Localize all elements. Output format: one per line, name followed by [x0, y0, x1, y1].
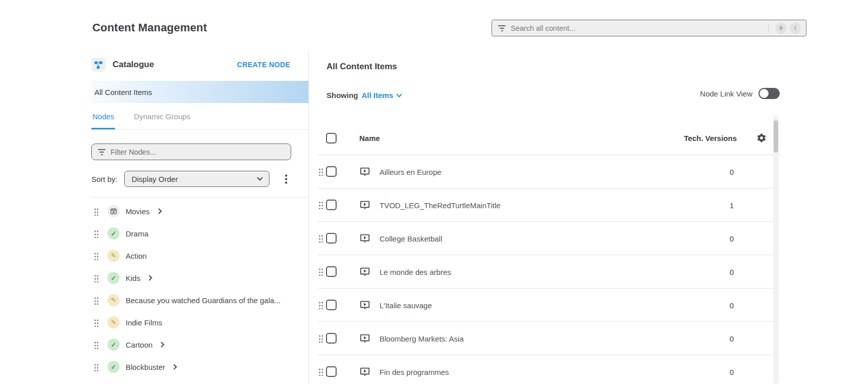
catalogue-node[interactable]: ✓ Blockbuster [91, 356, 308, 378]
panel-divider [308, 51, 309, 384]
draft-pencil-icon: ✎ [107, 250, 120, 262]
drag-handle-icon[interactable] [94, 318, 99, 327]
chevron-right-icon[interactable] [172, 364, 177, 369]
row-checkbox[interactable] [326, 166, 337, 177]
column-header-name: Name [359, 134, 380, 142]
showing-filter-dropdown[interactable]: All Items [362, 91, 402, 100]
filter-nodes-input[interactable] [111, 148, 285, 156]
video-icon [359, 366, 370, 379]
tech-versions-value: 1 [717, 201, 747, 210]
row-checkbox[interactable] [326, 300, 337, 310]
divider [91, 197, 308, 198]
catalogue-node[interactable]: Movies [91, 200, 308, 222]
flash-icon[interactable] [776, 23, 787, 34]
table-row[interactable]: Bloomberg Markets: Asia 0 [318, 322, 780, 355]
tab-dynamic-groups[interactable]: Dynamic Groups [133, 112, 191, 129]
catalogue-node[interactable]: ✓ Cartoon [91, 333, 308, 356]
drag-handle-icon[interactable] [94, 252, 99, 260]
create-node-button[interactable]: CREATE NODE [237, 61, 290, 69]
drag-handle-icon[interactable] [94, 341, 99, 349]
node-label: Cartoon [126, 341, 152, 349]
catalogue-node[interactable]: ✓ Drama [91, 222, 308, 245]
video-icon [359, 232, 370, 246]
showing-filter-value: All Items [362, 91, 394, 100]
video-icon [359, 332, 370, 346]
chevron-right-icon[interactable] [156, 208, 161, 214]
sort-by-label: Sort by: [91, 175, 118, 183]
node-label: Because you watched Guardians of the gal… [126, 296, 281, 305]
content-panel-title: All Content Items [327, 62, 397, 72]
row-checkbox[interactable] [326, 333, 337, 344]
node-link-view-toggle[interactable] [758, 88, 780, 99]
catalogue-node[interactable]: ✓ Kids [91, 267, 308, 289]
drag-handle-icon[interactable] [318, 267, 323, 276]
published-check-icon: ✓ [107, 272, 120, 284]
content-panel: All Content Items Showing All Items Node… [318, 57, 780, 384]
draft-pencil-icon: ✎ [107, 316, 120, 328]
drag-handle-icon[interactable] [94, 296, 99, 305]
catalogue-title: Catalogue [113, 60, 154, 70]
drag-handle-icon[interactable] [318, 234, 323, 243]
gear-icon[interactable] [756, 133, 767, 145]
drag-handle-icon[interactable] [94, 274, 99, 282]
selected-item-label: All Content Items [94, 88, 152, 97]
catalogue-node[interactable]: ✎ Because you watched Guardians of the g… [91, 289, 308, 311]
drag-handle-icon[interactable] [318, 167, 323, 176]
showing-row: Showing All Items [327, 91, 401, 100]
drag-handle-icon[interactable] [94, 207, 99, 216]
row-checkbox[interactable] [326, 366, 337, 377]
global-search-bar[interactable]: i [492, 20, 806, 36]
info-icon[interactable]: i [790, 23, 801, 34]
chevron-right-icon[interactable] [147, 275, 152, 280]
node-link-view-label: Node Link View [700, 89, 752, 98]
node-label: Drama [126, 229, 148, 238]
node-link-view-row: Node Link View [700, 88, 780, 99]
content-item-name: Le monde des arbres [379, 268, 451, 276]
sort-row: Sort by: Display Order [91, 171, 287, 187]
table-row[interactable]: Ailleurs en Europe 0 [318, 155, 780, 188]
scheduled-calendar-icon [107, 205, 120, 217]
tab-nodes[interactable]: Nodes [91, 112, 115, 129]
catalogue-node[interactable]: ✎ Indie Films [91, 311, 308, 333]
table-row[interactable]: Fin des programmes 0 [318, 355, 780, 384]
row-checkbox[interactable] [326, 233, 337, 244]
content-table-rows: Ailleurs en Europe 0 TVOD_LEG_TheRedTurt… [318, 155, 780, 384]
filter-icon [98, 149, 105, 155]
row-checkbox[interactable] [326, 266, 337, 277]
table-row[interactable]: College Basketball 0 [318, 222, 780, 255]
table-header: Name Tech. Versions [318, 121, 780, 155]
table-scrollbar[interactable] [773, 115, 779, 384]
drag-handle-icon[interactable] [94, 363, 99, 371]
published-check-icon: ✓ [107, 361, 120, 373]
node-label: Blockbuster [126, 363, 165, 371]
drag-handle-icon[interactable] [318, 367, 323, 376]
kebab-menu-icon[interactable] [285, 174, 287, 184]
hierarchy-icon [91, 58, 105, 72]
separator [769, 24, 769, 33]
content-item-name: L'Italie sauvage [379, 301, 432, 310]
drag-handle-icon[interactable] [94, 229, 99, 238]
tech-versions-value: 0 [717, 334, 747, 343]
scrollbar-thumb[interactable] [774, 120, 778, 153]
catalogue-tabs: Nodes Dynamic Groups [91, 112, 308, 130]
sidebar-item-all-content-items[interactable]: All Content Items [91, 81, 308, 103]
catalogue-header: Catalogue CREATE NODE [91, 58, 290, 72]
chevron-right-icon[interactable] [159, 342, 165, 347]
table-row[interactable]: TVOD_LEG_TheRedTurtleMainTitle 1 [318, 188, 780, 222]
row-checkbox[interactable] [326, 200, 337, 210]
search-input[interactable] [511, 24, 769, 32]
drag-handle-icon[interactable] [318, 201, 323, 209]
table-row[interactable]: L'Italie sauvage 0 [318, 289, 780, 322]
catalogue-node[interactable]: ✎ Action [91, 245, 308, 267]
sort-order-select[interactable]: Display Order [124, 171, 269, 187]
node-label: Kids [126, 274, 140, 282]
video-icon [359, 299, 370, 312]
select-all-checkbox[interactable] [326, 133, 337, 143]
drag-handle-icon[interactable] [318, 301, 323, 309]
table-row[interactable]: Le monde des arbres 0 [318, 255, 780, 289]
drag-handle-icon[interactable] [318, 334, 323, 343]
filter-nodes-box[interactable] [91, 143, 291, 160]
node-label: Movies [126, 207, 150, 216]
catalogue-panel: Catalogue CREATE NODE All Content Items … [91, 51, 308, 384]
video-icon [359, 266, 370, 279]
